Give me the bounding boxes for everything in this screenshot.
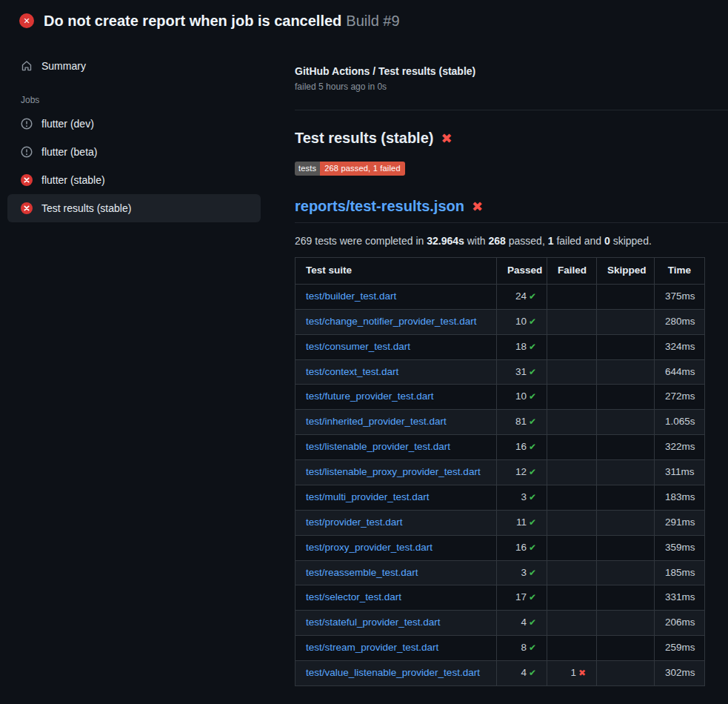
check-icon: ✔	[529, 568, 536, 578]
sidebar: Summary Jobs flutter (dev)	[0, 41, 295, 222]
test-suite-link[interactable]: test/listenable_proxy_provider_test.dart	[306, 466, 481, 477]
breadcrumb: GitHub Actions / Test results (stable)	[295, 65, 728, 77]
test-summary: 269 tests were completed in 32.964s with…	[295, 235, 728, 247]
column-header-failed: Failed	[547, 258, 597, 285]
test-suite-link[interactable]: test/context_test.dart	[306, 366, 398, 377]
time-value: 324ms	[655, 334, 705, 359]
summary-skipped-suffix: skipped.	[610, 235, 652, 247]
summary-skipped-count: 0	[604, 235, 610, 247]
home-icon	[21, 60, 33, 72]
check-title: Test results (stable) ✖	[295, 130, 728, 147]
failed-status-icon	[21, 174, 33, 186]
neutral-status-icon	[21, 118, 33, 130]
test-suite-link[interactable]: test/future_provider_test.dart	[306, 391, 434, 402]
passed-count: 10	[515, 316, 527, 327]
check-run-content: GitHub Actions / Test results (stable) f…	[295, 41, 728, 686]
time-value: 183ms	[655, 485, 705, 510]
sidebar-item-flutter-stable[interactable]: flutter (stable)	[7, 166, 261, 194]
time-value: 259ms	[655, 636, 705, 661]
badge-label: tests	[295, 162, 320, 176]
passed-count: 24	[515, 290, 527, 302]
check-icon: ✔	[529, 342, 536, 352]
summary-failed-count: 1	[548, 235, 554, 247]
column-header-passed: Passed	[497, 258, 547, 285]
test-suite-link[interactable]: test/builder_test.dart	[306, 290, 396, 302]
test-suite-link[interactable]: test/stream_provider_test.dart	[306, 642, 438, 653]
passed-count: 16	[515, 542, 527, 553]
header-divider	[295, 110, 728, 110]
test-table-body: test/builder_test.dart 24✔ ✖ 375ms test/…	[295, 284, 705, 685]
test-suite-link[interactable]: test/stateful_provider_test.dart	[306, 617, 441, 628]
build-number: Build #9	[346, 13, 399, 29]
time-value: 302ms	[655, 661, 705, 686]
passed-count: 4	[521, 667, 527, 678]
tests-badge: tests 268 passed, 1 failed	[295, 162, 405, 176]
check-icon: ✔	[529, 592, 536, 602]
table-row: test/listenable_provider_test.dart 16✔ ✖…	[295, 435, 705, 460]
test-suite-link[interactable]: test/value_listenable_provider_test.dart	[306, 667, 480, 678]
table-row: test/provider_test.dart 11✔ ✖ 291ms	[295, 510, 705, 535]
time-value: 644ms	[655, 359, 705, 385]
table-row: test/change_notifier_provider_test.dart …	[295, 309, 705, 334]
column-header-time: Time	[655, 258, 705, 285]
check-icon: ✔	[529, 492, 536, 502]
check-icon: ✔	[529, 291, 536, 302]
summary-failed-suffix: failed and	[554, 235, 605, 247]
test-suite-link[interactable]: test/multi_provider_test.dart	[306, 491, 430, 502]
failed-x-icon: ✖	[472, 200, 483, 213]
report-heading: reports/test-results.json ✖	[295, 198, 728, 223]
check-icon: ✔	[529, 467, 536, 477]
test-suite-link[interactable]: test/change_notifier_provider_test.dart	[306, 316, 476, 327]
test-suite-link[interactable]: test/inherited_provider_test.dart	[306, 416, 447, 427]
test-suite-link[interactable]: test/proxy_provider_test.dart	[306, 542, 433, 553]
summary-with: with	[464, 235, 489, 247]
table-row: test/proxy_provider_test.dart 16✔ ✖ 359m…	[295, 535, 705, 560]
badge-value: 268 passed, 1 failed	[320, 162, 404, 176]
passed-count: 3	[521, 491, 527, 502]
time-value: 272ms	[655, 385, 705, 410]
column-header-skipped: Skipped	[597, 258, 655, 285]
sidebar-item-label: flutter (beta)	[41, 146, 97, 158]
table-row: test/value_listenable_provider_test.dart…	[295, 661, 705, 686]
sidebar-item-test-results-stable[interactable]: Test results (stable)	[7, 194, 261, 222]
page-title: Do not create report when job is cancell…	[44, 13, 400, 30]
x-icon: ✖	[578, 668, 586, 678]
table-row: test/multi_provider_test.dart 3✔ ✖ 183ms	[295, 485, 705, 510]
check-icon: ✔	[529, 416, 536, 427]
passed-count: 4	[521, 617, 527, 628]
table-row: test/selector_test.dart 17✔ ✖ 331ms	[295, 585, 705, 611]
passed-count: 10	[515, 391, 527, 402]
sidebar-item-label: flutter (dev)	[41, 118, 94, 130]
time-value: 375ms	[655, 284, 705, 309]
check-title-text: Test results (stable)	[295, 130, 433, 147]
report-link[interactable]: reports/test-results.json	[295, 198, 464, 215]
sidebar-item-summary[interactable]: Summary	[7, 52, 261, 80]
table-row: test/consumer_test.dart 18✔ ✖ 324ms	[295, 334, 705, 359]
neutral-status-icon	[21, 146, 33, 158]
test-suite-link[interactable]: test/selector_test.dart	[306, 591, 401, 602]
test-suite-link[interactable]: test/reassemble_test.dart	[306, 567, 418, 578]
sidebar-item-flutter-dev[interactable]: flutter (dev)	[7, 110, 261, 138]
check-icon: ✔	[529, 517, 536, 528]
table-row: test/stream_provider_test.dart 8✔ ✖ 259m…	[295, 636, 705, 661]
table-row: test/listenable_proxy_provider_test.dart…	[295, 460, 705, 485]
time-value: 280ms	[655, 309, 705, 334]
test-suite-link[interactable]: test/consumer_test.dart	[306, 341, 410, 352]
run-failed-icon: ✕	[19, 13, 34, 28]
passed-count: 18	[515, 341, 527, 352]
run-status-line: failed 5 hours ago in 0s	[295, 82, 728, 92]
failed-x-icon: ✖	[441, 132, 452, 145]
passed-count: 12	[515, 466, 527, 477]
sidebar-item-flutter-beta[interactable]: flutter (beta)	[7, 138, 261, 166]
table-row: test/stateful_provider_test.dart 4✔ ✖ 20…	[295, 611, 705, 636]
jobs-heading: Jobs	[21, 95, 261, 105]
time-value: 206ms	[655, 611, 705, 636]
test-suite-link[interactable]: test/listenable_provider_test.dart	[306, 441, 450, 452]
check-icon: ✔	[529, 442, 536, 452]
test-results-table: Test suite Passed Failed Skipped Time te…	[295, 257, 705, 686]
time-value: 322ms	[655, 435, 705, 460]
test-suite-link[interactable]: test/provider_test.dart	[306, 517, 403, 528]
check-icon: ✔	[529, 668, 536, 678]
run-title: Do not create report when job is cancell…	[44, 13, 341, 29]
passed-count: 3	[521, 567, 527, 578]
